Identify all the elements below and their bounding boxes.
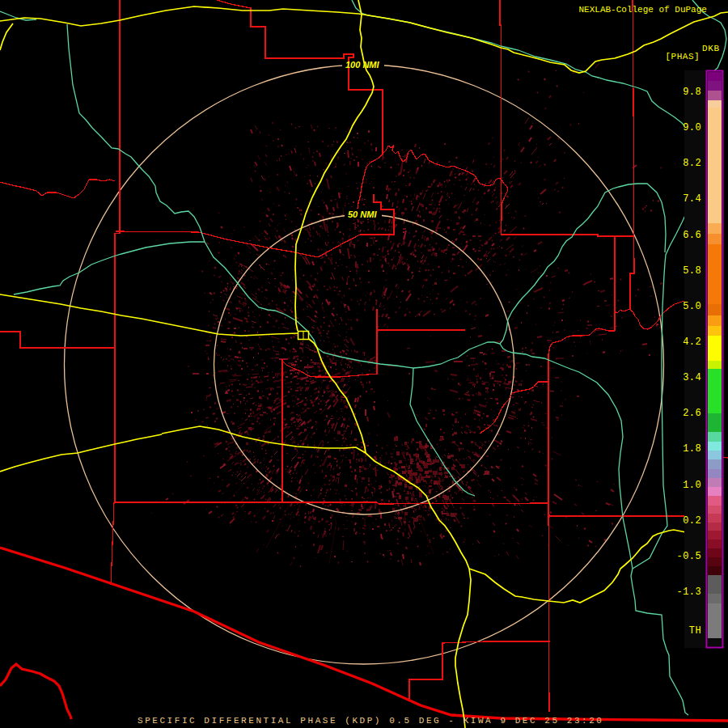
svg-text:NEXLAB-College of DuPage: NEXLAB-College of DuPage [579,5,707,15]
svg-text:[PHAS]: [PHAS] [666,52,700,61]
svg-text:9.8: 9.8 [683,87,701,98]
svg-text:0.2: 0.2 [683,515,701,527]
svg-text:50 NMI: 50 NMI [348,210,377,219]
svg-text:-1.3: -1.3 [677,586,701,598]
svg-text:4.2: 4.2 [683,336,701,348]
svg-text:3.4: 3.4 [683,372,701,383]
svg-text:SPECIFIC DIFFERENTIAL PHASE (K: SPECIFIC DIFFERENTIAL PHASE (KDP) 0.5 DE… [138,716,604,726]
svg-text:1.8: 1.8 [683,443,701,455]
svg-text:5.0: 5.0 [683,301,701,312]
svg-text:TH: TH [689,625,701,637]
svg-text:8.2: 8.2 [683,158,701,169]
svg-text:5.8: 5.8 [683,265,701,277]
svg-text:6.6: 6.6 [683,230,701,241]
svg-text:2.6: 2.6 [683,408,701,419]
svg-text:-0.5: -0.5 [677,551,701,562]
svg-text:100 NMI: 100 NMI [345,60,380,70]
svg-text:7.4: 7.4 [683,193,701,205]
svg-text:DKB: DKB [702,44,720,53]
svg-text:9.0: 9.0 [683,122,701,133]
svg-text:1.0: 1.0 [683,480,701,491]
